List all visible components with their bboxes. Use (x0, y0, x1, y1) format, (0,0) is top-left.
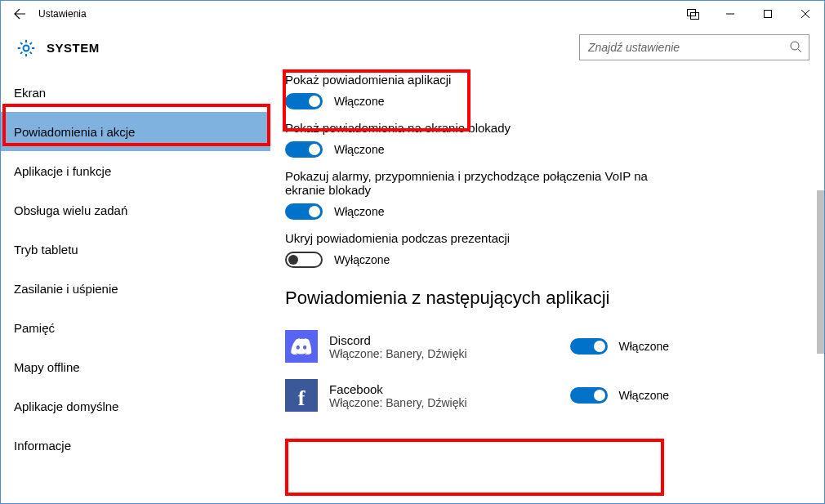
setting-label: Pokazuj alarmy, przypomnienia i przychod… (285, 169, 661, 197)
svg-point-6 (24, 46, 29, 51)
content-pane: Pokaż powiadomienia aplikacji Włączone P… (270, 68, 824, 503)
sidebar-item-label: Informacje (14, 439, 71, 453)
page-header: SYSTEM Znajdź ustawienie (1, 27, 824, 68)
setting-show-voip-lockscreen: Pokazuj alarmy, przypomnienia i przychod… (285, 169, 800, 220)
search-input[interactable]: Znajdź ustawienie (579, 34, 809, 60)
sidebar-item-label: Aplikacje i funkcje (14, 164, 111, 178)
svg-line-8 (798, 49, 801, 52)
sidebar-item-about[interactable]: Informacje (1, 426, 270, 465)
sidebar-item-tablet[interactable]: Tryb tabletu (1, 230, 270, 269)
sidebar: Ekran Powiadomienia i akcje Aplikacje i … (1, 68, 270, 503)
svg-rect-3 (765, 11, 772, 18)
setting-show-lockscreen-notifications: Pokaż powiadomienia na ekranie blokady W… (285, 121, 800, 158)
window-title: Ustawienia (38, 8, 674, 20)
app-desc: Włączone: Banery, Dźwięki (329, 347, 570, 360)
setting-hide-during-presentation: Ukryj powiadomienia podczas prezentacji … (285, 231, 800, 268)
close-button[interactable] (787, 1, 824, 27)
window-controls (674, 1, 824, 27)
titlebar: Ustawienia (1, 1, 824, 27)
facebook-icon: f (285, 379, 318, 412)
page-title: SYSTEM (47, 41, 100, 55)
sidebar-item-maps[interactable]: Mapy offline (1, 347, 270, 386)
setting-label: Ukryj powiadomienia podczas prezentacji (285, 231, 661, 245)
section-heading: Powiadomienia z następujących aplikacji (285, 288, 800, 309)
toggle-state: Włączone (619, 340, 669, 353)
sidebar-item-label: Zasilanie i uśpienie (14, 282, 118, 296)
minimize-button[interactable] (711, 1, 749, 27)
toggle-switch[interactable] (285, 203, 323, 220)
toggle-switch[interactable] (570, 387, 608, 404)
sidebar-item-power[interactable]: Zasilanie i uśpienie (1, 269, 270, 308)
app-row-facebook[interactable]: f Facebook Włączone: Banery, Dźwięki Włą… (285, 374, 669, 423)
setting-show-app-notifications: Pokaż powiadomienia aplikacji Włączone (285, 73, 800, 109)
sidebar-item-apps[interactable]: Aplikacje i funkcje (1, 151, 270, 190)
toggle-state: Włączone (334, 95, 384, 108)
sidebar-item-storage[interactable]: Pamięć (1, 308, 270, 347)
search-placeholder: Znajdź ustawienie (588, 41, 789, 54)
toggle-switch[interactable] (285, 141, 323, 158)
sidebar-item-multitasking[interactable]: Obsługa wielu zadań (1, 190, 270, 230)
sidebar-item-label: Aplikacje domyślne (14, 399, 118, 413)
sidebar-item-label: Obsługa wielu zadań (14, 203, 127, 217)
sidebar-item-notifications[interactable]: Powiadomienia i akcje (1, 112, 270, 151)
toggle-state: Włączone (619, 389, 669, 402)
maximize-button[interactable] (749, 1, 787, 27)
discord-icon (285, 330, 318, 363)
tablet-mode-button[interactable] (674, 1, 711, 27)
sidebar-item-label: Mapy offline (14, 360, 80, 374)
app-name: Discord (329, 333, 570, 347)
sidebar-item-label: Pamięć (14, 321, 55, 335)
back-button[interactable] (6, 1, 33, 27)
app-row-discord[interactable]: Discord Włączone: Banery, Dźwięki Włączo… (285, 325, 669, 374)
toggle-state: Wyłączone (334, 253, 390, 266)
toggle-switch[interactable] (285, 93, 323, 109)
toggle-switch[interactable] (570, 338, 608, 355)
app-desc: Włączone: Banery, Dźwięki (329, 396, 570, 409)
sidebar-item-display[interactable]: Ekran (1, 73, 270, 112)
scrollbar[interactable] (817, 190, 824, 354)
setting-label: Pokaż powiadomienia na ekranie blokady (285, 121, 661, 135)
sidebar-item-label: Tryb tabletu (14, 243, 78, 256)
toggle-state: Włączone (334, 143, 384, 156)
toggle-switch[interactable] (285, 252, 323, 268)
toggle-state: Włączone (334, 205, 384, 218)
search-icon (789, 40, 802, 56)
svg-point-7 (791, 42, 799, 50)
setting-label: Pokaż powiadomienia aplikacji (285, 73, 661, 87)
sidebar-item-default-apps[interactable]: Aplikacje domyślne (1, 386, 270, 426)
app-name: Facebook (329, 382, 570, 396)
gear-icon (16, 38, 35, 57)
sidebar-item-label: Powiadomienia i akcje (14, 125, 135, 139)
sidebar-item-label: Ekran (14, 86, 46, 100)
